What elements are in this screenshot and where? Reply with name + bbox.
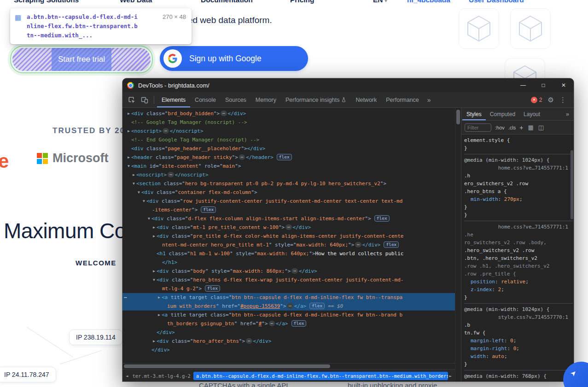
css-media-query[interactable]: @media (min-width: 1024px) { bbox=[464, 305, 573, 313]
disclosure-arrow[interactable]: ▶ bbox=[157, 293, 162, 302]
node-menu-dots[interactable]: ⋯ bbox=[124, 293, 128, 302]
nav-item-scraping-solutions[interactable]: Scraping Solutions bbox=[14, 0, 79, 4]
horizontal-scrollbar[interactable] bbox=[122, 363, 455, 369]
expand-inline-button[interactable]: ⋯ bbox=[168, 172, 174, 177]
settings-gear-icon[interactable]: ⚙ bbox=[548, 96, 554, 104]
dom-tree-node[interactable]: ▼<div class="hero_btns d-flex flex-wrap … bbox=[122, 276, 455, 284]
flex-badge[interactable]: flex bbox=[201, 206, 216, 213]
styles-more-tabs-button[interactable]: » bbox=[562, 111, 573, 117]
css-selector-line[interactable]: tn.fw { bbox=[464, 329, 573, 337]
expand-inline-button[interactable]: ⋯ bbox=[239, 154, 245, 160]
dom-tree-node[interactable]: ium with_borders" href="#popup-155639">⋯… bbox=[122, 302, 455, 311]
tab-elements[interactable]: Elements bbox=[157, 93, 190, 107]
css-selector-line[interactable]: } bbox=[464, 211, 573, 219]
css-property-value[interactable]: 270px bbox=[504, 196, 519, 202]
start-free-trial-button[interactable]: Start free trial bbox=[10, 46, 153, 73]
dom-tree-node[interactable]: ▶<div class="mt-1 pre_title_content w-10… bbox=[122, 223, 455, 232]
expand-inline-button[interactable]: ⋯ bbox=[269, 321, 275, 326]
error-badge[interactable]: ✕ 2 bbox=[531, 97, 542, 103]
css-property-line[interactable]: z-index: 2; bbox=[464, 286, 573, 293]
breadcrumb-scroll-left-icon[interactable]: ◄ bbox=[124, 374, 129, 378]
disclosure-arrow[interactable]: ▶ bbox=[126, 127, 131, 135]
dom-tree-node[interactable]: ▶<noscript>⋯</noscript> bbox=[122, 170, 455, 179]
language-selector[interactable]: EN▾ bbox=[373, 0, 387, 4]
dom-tree-node[interactable]: th_borders gsignup_btn" href="#">⋯</a>fl… bbox=[122, 319, 455, 328]
css-selector-line[interactable]: .b bbox=[464, 321, 573, 329]
kebab-menu-icon[interactable]: ⋮ bbox=[559, 96, 566, 104]
disclosure-arrow[interactable]: ▼ bbox=[151, 276, 157, 284]
breadcrumb-scroll-right-icon[interactable]: ► bbox=[448, 374, 453, 378]
scrollbar-thumb[interactable] bbox=[124, 364, 330, 368]
expand-inline-button[interactable]: ⋯ bbox=[285, 224, 291, 230]
dom-tree-node[interactable]: ▼<div class="row justify-content-center … bbox=[122, 197, 455, 205]
nav-item-documentation[interactable]: Documentation bbox=[201, 0, 253, 4]
flex-badge[interactable]: flex bbox=[205, 285, 220, 292]
tab-computed[interactable]: Computed bbox=[486, 108, 519, 120]
dom-tree-node[interactable]: ▶<header class="page_header sticky">⋯</h… bbox=[122, 153, 455, 162]
expand-inline-button[interactable]: ⋯ bbox=[221, 111, 227, 116]
css-property-name[interactable]: min-width bbox=[471, 196, 498, 202]
dom-tree-node[interactable]: ▼<main id="site-content" role="main"> bbox=[122, 162, 455, 170]
tab-performance-insights[interactable]: Performance insights bbox=[281, 93, 351, 107]
flex-badge[interactable]: flex bbox=[309, 303, 325, 309]
tab-memory[interactable]: Memory bbox=[251, 93, 281, 107]
dom-tree-node[interactable]: <div class="page_header__placeholder"></… bbox=[122, 144, 455, 153]
css-selector-line[interactable]: .he bbox=[464, 231, 573, 239]
disclosure-arrow[interactable]: ▼ bbox=[131, 179, 136, 188]
google-signup-button[interactable]: Sign up with Google bbox=[160, 46, 308, 71]
more-tabs-button[interactable]: » bbox=[424, 96, 435, 104]
dom-tree-node[interactable]: ▼<div class="d-flex flex-column align-it… bbox=[122, 214, 455, 223]
css-property-name[interactable]: width bbox=[471, 353, 486, 359]
disclosure-arrow[interactable]: ▼ bbox=[126, 162, 131, 170]
dom-tree-node[interactable]: </div> bbox=[122, 328, 455, 337]
css-media-query[interactable]: @media (min-width: 1024px) { bbox=[464, 156, 573, 164]
close-button[interactable]: ✕ bbox=[553, 78, 574, 92]
dom-tree-node[interactable]: <!-- Google Tag Manager (noscript) --> bbox=[122, 118, 455, 127]
dom-tree-node[interactable]: ▶<noscript>⋯</noscript> bbox=[122, 127, 455, 135]
css-source-link[interactable]: home.css?ve…714557771:1 bbox=[464, 164, 573, 172]
disclosure-arrow[interactable]: ▶ bbox=[157, 311, 162, 319]
dom-tree-node[interactable]: </h1> bbox=[122, 258, 455, 267]
disclosure-arrow[interactable]: ▶ bbox=[151, 267, 157, 276]
expand-inline-button[interactable]: ⋯ bbox=[355, 242, 361, 247]
dom-tree-node[interactable]: ntent-md-center hero_pre_title mt-1" sty… bbox=[122, 240, 455, 249]
css-property-line[interactable]: position: relative; bbox=[464, 278, 573, 286]
nav-item-pricing[interactable]: Pricing bbox=[290, 0, 314, 4]
css-selector-line[interactable]: .h bbox=[464, 172, 573, 180]
dom-tree-node[interactable]: ▶<a title target class="btn btn--capsule… bbox=[122, 311, 455, 319]
expand-inline-button[interactable]: ⋯ bbox=[163, 128, 169, 134]
tab-network[interactable]: Network bbox=[351, 93, 381, 107]
css-selector-line[interactable]: .hero_btns a { bbox=[464, 188, 573, 195]
css-property-value[interactable]: auto bbox=[492, 353, 504, 359]
disclosure-arrow[interactable]: ▶ bbox=[126, 153, 131, 162]
dom-tree-node[interactable]: ▶<div class="hero_after_btns">⋯</div> bbox=[122, 337, 455, 346]
css-selector-line[interactable]: } bbox=[464, 203, 573, 211]
css-selector-line[interactable]: element.style { bbox=[464, 136, 573, 144]
styles-filter-input[interactable] bbox=[465, 123, 491, 132]
css-selector-line[interactable]: .btn, .hero_switchers_v2 bbox=[464, 254, 573, 262]
css-selector-line[interactable]: ro_switchers_v2 .row .body, bbox=[464, 239, 573, 246]
css-media-query[interactable]: @media (min-width: 768px) { bbox=[464, 372, 573, 380]
flex-badge[interactable]: flex bbox=[291, 320, 307, 327]
dom-tree-node[interactable]: ▼<div class="container flex-md-column"> bbox=[122, 188, 455, 197]
scrollbar-thumb[interactable] bbox=[456, 110, 460, 124]
pseudo-state-button[interactable]: :hov bbox=[495, 125, 505, 130]
disclosure-arrow[interactable]: ▶ bbox=[131, 170, 136, 179]
css-source-link[interactable]: home.css?ve…714557771:1 bbox=[464, 223, 573, 231]
tab-layout[interactable]: Layout bbox=[519, 108, 544, 120]
css-selector-line[interactable]: .hero_switchers_v2 .row bbox=[464, 246, 573, 254]
dom-tree-node[interactable]: mt-lg-4 g-2">flex bbox=[122, 284, 455, 293]
css-property-value[interactable]: relative bbox=[501, 279, 525, 285]
account-id-link[interactable]: hl_4bcb8ada bbox=[407, 0, 450, 4]
css-selector-line[interactable]: ero_switchers_v2 .row bbox=[464, 180, 573, 188]
disclosure-arrow[interactable]: ▶ bbox=[151, 223, 157, 232]
flex-badge[interactable]: flex bbox=[384, 241, 399, 248]
devtools-titlebar[interactable]: DevTools - brightdata.com/ —□✕ bbox=[122, 78, 574, 92]
css-property-name[interactable]: margin-left bbox=[471, 338, 504, 344]
dom-tree-node[interactable]: </div> bbox=[122, 346, 455, 354]
disclosure-arrow[interactable]: ▼ bbox=[136, 188, 141, 197]
css-property-name[interactable]: z-index bbox=[471, 287, 492, 293]
styles-scrollbar-thumb[interactable] bbox=[571, 150, 573, 219]
css-property-line[interactable]: margin-right: 0; bbox=[464, 345, 573, 352]
css-selector-line[interactable]: .row .pre_title { bbox=[464, 270, 573, 278]
